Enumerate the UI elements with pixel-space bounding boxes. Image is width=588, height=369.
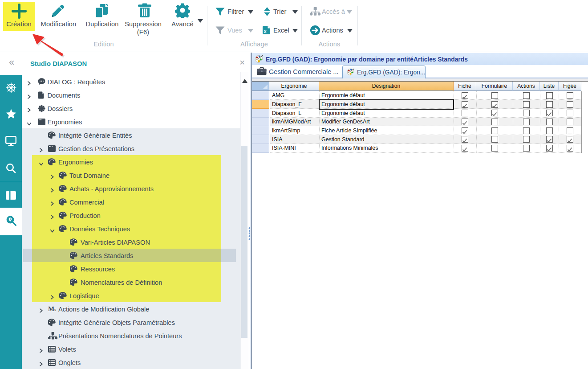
svg-text:x: x bbox=[264, 29, 267, 34]
